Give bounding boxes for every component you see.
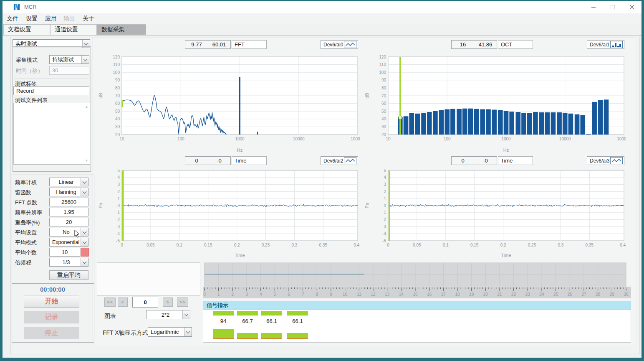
time3-cursor-values: 0-0 xyxy=(451,156,497,165)
svg-text:0.35: 0.35 xyxy=(586,243,594,247)
timeline[interactable]: 0123456789101112131415161718192021222324… xyxy=(203,262,631,298)
svg-text:7: 7 xyxy=(302,292,304,297)
restart-average-button[interactable]: 重启平均 xyxy=(49,270,88,280)
svg-text:0: 0 xyxy=(117,203,120,208)
time2-chart[interactable]: -5-4-3-2-101234500.050.10.150.20.250.30.… xyxy=(97,166,360,261)
menu-application[interactable]: 应用 xyxy=(45,15,57,23)
chart-layout-select[interactable]: 2*2 xyxy=(146,310,190,319)
svg-text:0.15: 0.15 xyxy=(470,243,479,247)
oct-device-button[interactable]: Dev6/ai1 xyxy=(587,40,624,49)
svg-text:100: 100 xyxy=(444,137,451,141)
scroll-up-icon[interactable]: ▲ xyxy=(84,104,89,109)
menu-about[interactable]: 关于 xyxy=(83,15,94,23)
time3-title-box: Time xyxy=(498,156,533,165)
window-title: MCR xyxy=(24,4,37,10)
time3-device-button[interactable]: Dev6/ai3 xyxy=(587,156,624,165)
overlap-input[interactable]: 20 xyxy=(49,218,88,226)
tab-channel-settings[interactable]: 通道设置 xyxy=(50,24,97,35)
nav-next-button[interactable]: > xyxy=(163,297,173,307)
chevron-down-icon xyxy=(184,328,192,336)
svg-text:0.25: 0.25 xyxy=(528,243,536,247)
chevron-down-icon xyxy=(81,56,89,64)
svg-text:70: 70 xyxy=(115,94,120,98)
avg-count-indicator xyxy=(81,248,89,257)
svg-text:-3: -3 xyxy=(116,224,120,229)
svg-text:10000: 10000 xyxy=(293,137,305,141)
signal-bar-level xyxy=(237,333,258,339)
nav-last-button[interactable]: >> xyxy=(177,297,188,307)
svg-text:110: 110 xyxy=(379,62,386,67)
chevron-down-icon xyxy=(182,310,190,319)
svg-text:3: 3 xyxy=(245,292,248,297)
minimize-icon[interactable] xyxy=(584,1,603,13)
close-icon[interactable] xyxy=(622,1,641,13)
avg-mode-select[interactable]: Exponential xyxy=(49,238,88,247)
octave-select[interactable]: 1/3 xyxy=(49,258,88,267)
freq-weighting-select[interactable]: Linear xyxy=(49,178,88,186)
svg-text:3: 3 xyxy=(384,182,386,187)
avg-count-input[interactable]: 10 xyxy=(49,248,80,257)
tab-document-settings[interactable]: 文档设置 xyxy=(3,24,50,35)
time2-panel: 0-0 Time Dev6/ai2 -5-4-3-2-101234500.050… xyxy=(97,155,360,260)
menu-file[interactable]: 文件 xyxy=(7,15,18,23)
svg-text:40: 40 xyxy=(381,117,386,121)
time2-device-button[interactable]: Dev6/ai2 xyxy=(321,156,358,165)
svg-text:0.1: 0.1 xyxy=(177,243,182,247)
svg-text:2: 2 xyxy=(384,189,386,194)
avg-setting-select[interactable]: No xyxy=(49,228,88,236)
svg-text:-4: -4 xyxy=(382,231,386,236)
title-bar: MCR xyxy=(3,1,641,13)
svg-text:-2: -2 xyxy=(116,217,120,222)
svg-text:-5: -5 xyxy=(382,239,386,243)
start-button[interactable]: 开始 xyxy=(24,295,79,308)
svg-text:10: 10 xyxy=(343,292,348,297)
svg-text:0.2: 0.2 xyxy=(500,243,506,247)
svg-text:Pa: Pa xyxy=(98,202,103,208)
sidebar-divider xyxy=(14,79,88,79)
svg-text:-2: -2 xyxy=(382,217,386,222)
fft-points-input[interactable]: 25600 xyxy=(49,198,88,206)
fft-xaxis-select[interactable]: Logarithmic xyxy=(148,327,192,337)
scroll-down-icon[interactable]: ▼ xyxy=(84,158,89,163)
fft-device-button[interactable]: Dev6/ai0 xyxy=(321,40,358,49)
window-function-select[interactable]: Hanning xyxy=(49,188,88,196)
maximize-icon[interactable] xyxy=(603,1,622,13)
nav-prev-button[interactable]: < xyxy=(118,297,128,307)
svg-text:6: 6 xyxy=(288,292,290,297)
acq-mode-select[interactable]: 持续测试 xyxy=(49,55,89,64)
time3-chart[interactable]: -5-4-3-2-101234500.050.10.150.20.250.30.… xyxy=(363,166,626,261)
svg-text:100: 100 xyxy=(177,137,184,141)
svg-text:50: 50 xyxy=(381,109,386,114)
svg-text:Hz: Hz xyxy=(237,147,242,153)
timer-display: 00:00:00 xyxy=(12,286,93,293)
chevron-down-icon xyxy=(81,178,88,186)
fft-xaxis-label: FFT X轴显示方式 xyxy=(103,329,148,337)
oct-chart[interactable]: 2030405060708090100110120101001000100001… xyxy=(363,50,626,155)
svg-text:21: 21 xyxy=(497,292,502,297)
avg-setting-label: 平均设置 xyxy=(15,229,37,236)
svg-text:100: 100 xyxy=(379,70,386,75)
menu-settings[interactable]: 设置 xyxy=(26,15,38,23)
time2-cursor-values: 0-0 xyxy=(185,156,231,165)
bar-chart-icon xyxy=(610,41,623,48)
signal-value: 94 xyxy=(213,318,234,324)
test-file-list[interactable]: ▲ ▼ xyxy=(13,103,90,165)
freq-resolution-input[interactable]: 1.95 xyxy=(49,208,88,216)
svg-text:0.15: 0.15 xyxy=(204,243,212,247)
list-scrollbar[interactable]: ▲ ▼ xyxy=(83,103,90,164)
svg-text:90: 90 xyxy=(381,78,386,82)
test-label-input[interactable]: Record xyxy=(13,86,89,95)
nav-first-button[interactable]: << xyxy=(104,297,116,307)
fft-chart[interactable]: 2030405060708090100110120101001000100001… xyxy=(97,50,360,155)
chart-layout-label: 图表 xyxy=(104,313,116,320)
svg-text:0.25: 0.25 xyxy=(262,243,270,247)
svg-text:80: 80 xyxy=(115,86,120,90)
svg-text:0.41: 0.41 xyxy=(354,243,360,247)
signal-bar-level xyxy=(213,329,234,339)
svg-text:Time: Time xyxy=(235,253,245,258)
tab-data-acquisition[interactable]: 数据采集 xyxy=(97,24,146,35)
signal-value: 66.7 xyxy=(237,318,258,324)
duration-input: 30 xyxy=(49,66,89,75)
nav-counter-input[interactable]: 0 xyxy=(132,297,158,308)
svg-text:70: 70 xyxy=(381,94,386,98)
